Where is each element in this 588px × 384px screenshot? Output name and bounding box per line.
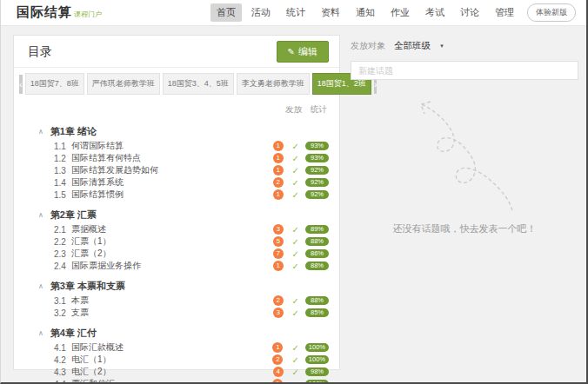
distribute-count-badge[interactable]: 3: [273, 308, 284, 318]
toc-item-row[interactable]: 1.1何谓国际结算1✓93%: [14, 140, 329, 152]
target-select-value[interactable]: 全部班级: [394, 40, 431, 52]
distribute-count-badge[interactable]: 1: [273, 165, 284, 175]
section-number: 1.5: [54, 190, 71, 200]
distribute-count-badge[interactable]: 4: [273, 367, 284, 377]
try-new-version-button[interactable]: 体验新版: [527, 3, 576, 22]
section-title: 国际结算有何特点: [71, 152, 273, 164]
section-number: 4.1: [54, 343, 71, 353]
distribute-count-badge[interactable]: 1: [272, 379, 283, 384]
toc-item-row[interactable]: 4.3电汇（2）4✓98%: [14, 366, 329, 378]
stats-percent-badge[interactable]: 85%: [305, 308, 329, 317]
check-icon: ✓: [292, 262, 299, 271]
distribute-count-badge[interactable]: 1: [273, 189, 284, 200]
toc-item-row[interactable]: 2.4国际票据业务操作1✓88%: [14, 260, 329, 272]
collapse-caret-icon[interactable]: ∧: [38, 128, 43, 136]
toc-item-row[interactable]: 4.1国际汇款概述1✓100%: [14, 341, 329, 354]
distribute-count-badge[interactable]: 1: [272, 342, 283, 353]
distribute-count-badge[interactable]: 2: [273, 295, 284, 306]
stats-percent-badge[interactable]: 86%: [305, 249, 329, 258]
chapter-block: ∧第4章 汇付4.1国际汇款概述1✓100%4.2电汇（1）2✓100%4.3电…: [14, 325, 329, 384]
collapse-caret-icon[interactable]: ∧: [38, 329, 43, 337]
distribute-count-badge[interactable]: 7: [273, 248, 284, 259]
toc-item-row[interactable]: 4.4票汇和信汇1✓100%: [14, 378, 329, 384]
stats-percent-badge[interactable]: 100%: [305, 380, 329, 384]
tabs-prev-button[interactable]: ‹: [19, 75, 23, 94]
nav-exam[interactable]: 考试: [419, 3, 451, 22]
nav-homework[interactable]: 作业: [384, 3, 416, 22]
stats-percent-badge[interactable]: 88%: [305, 237, 329, 246]
toc-item-row[interactable]: 1.4国际清算系统2✓92%: [14, 176, 329, 189]
toc-item-row[interactable]: 2.1票据概述3✓89%: [14, 223, 329, 235]
toc-panel: 目录 ✎ 编辑 ‹ 18国贸7、8班严伟琪老师教学班18国贸3、4、5班李文勇老…: [13, 35, 340, 370]
toc-item-row[interactable]: 2.3汇票（2）7✓86%: [14, 248, 329, 260]
toc-item-row[interactable]: 3.1本票2✓88%: [14, 295, 329, 307]
toc-item-row[interactable]: 1.3国际结算发展趋势如何1✓92%: [14, 164, 329, 176]
class-tab[interactable]: 李文勇老师教学班: [237, 73, 310, 95]
distribute-count-badge[interactable]: 1: [273, 141, 284, 151]
distribute-count-badge[interactable]: 5: [273, 236, 284, 247]
chapter-row[interactable]: ∧第4章 汇付: [14, 325, 329, 341]
stats-percent-badge[interactable]: 88%: [305, 262, 329, 270]
class-tab[interactable]: 严伟琪老师教学班: [87, 73, 160, 95]
toc-header: 目录 ✎ 编辑: [14, 36, 339, 68]
toc-item-row[interactable]: 1.2国际结算有何特点1✓93%: [14, 152, 329, 164]
check-icon: ✓: [291, 380, 298, 384]
distribute-count-badge[interactable]: 1: [273, 261, 284, 271]
class-tab[interactable]: 18国贸3、4、5班: [163, 73, 234, 95]
pencil-icon: ✎: [288, 47, 295, 56]
column-headers: 发放 统计: [14, 100, 339, 117]
section-number: 2.4: [54, 262, 71, 271]
collapse-caret-icon[interactable]: ∧: [38, 282, 43, 290]
stats-percent-badge[interactable]: 92%: [305, 190, 329, 199]
section-title: 汇票（2）: [71, 248, 273, 260]
nav-notice[interactable]: 通知: [350, 3, 381, 22]
stats-percent-badge[interactable]: 100%: [305, 355, 329, 364]
nav-manage[interactable]: 管理: [489, 3, 520, 22]
new-topic-input[interactable]: [351, 61, 578, 80]
chapter-block: ∧第2章 汇票2.1票据概述3✓89%2.2汇票（1）5✓88%2.3汇票（2）…: [14, 207, 329, 272]
toc-item-row[interactable]: 2.2汇票（1）5✓88%: [14, 235, 329, 248]
section-number: 2.2: [54, 237, 71, 247]
chapter-row[interactable]: ∧第2章 汇票: [14, 207, 329, 223]
distribute-count-badge[interactable]: 1: [273, 153, 284, 163]
chapter-row[interactable]: ∧第1章 绪论: [14, 123, 329, 140]
toc-item-row[interactable]: 4.2电汇（1）2✓100%: [14, 354, 329, 366]
section-title: 国际结算发展趋势如何: [71, 164, 273, 176]
chapter-row[interactable]: ∧第3章 本票和支票: [14, 278, 329, 295]
check-icon: ✓: [291, 355, 298, 365]
discussion-panel: 发放对象 全部班级 ▼ 还没有话题哦，快去发表一个吧！: [351, 40, 578, 235]
collapse-caret-icon[interactable]: ∧: [38, 211, 43, 219]
chapter-title: 第2章 汇票: [50, 209, 97, 222]
stats-percent-badge[interactable]: 98%: [305, 367, 329, 376]
nav-home[interactable]: 首页: [210, 3, 242, 22]
col-stats-label: 统计: [311, 104, 327, 116]
distribute-count-badge[interactable]: 2: [273, 177, 284, 188]
stats-percent-badge[interactable]: 93%: [305, 154, 329, 162]
stats-percent-badge[interactable]: 100%: [305, 343, 329, 352]
check-icon: ✓: [292, 142, 299, 151]
check-icon: ✓: [292, 190, 299, 200]
course-subtitle: 课程门户: [74, 10, 102, 19]
nav-discussion[interactable]: 讨论: [454, 3, 485, 22]
stats-percent-badge[interactable]: 88%: [305, 296, 329, 305]
section-number: 1.3: [54, 166, 71, 175]
section-number: 3.2: [54, 308, 71, 318]
distribute-count-badge[interactable]: 2: [272, 354, 283, 365]
check-icon: ✓: [292, 308, 299, 318]
section-title: 本票: [71, 295, 273, 307]
stats-percent-badge[interactable]: 89%: [305, 225, 329, 234]
nav-statistics[interactable]: 统计: [280, 3, 311, 22]
toc-item-row[interactable]: 3.2支票3✓85%: [14, 307, 329, 319]
dropdown-arrow-icon[interactable]: ▼: [439, 43, 444, 49]
stats-percent-badge[interactable]: 92%: [305, 178, 329, 187]
nav-materials[interactable]: 资料: [315, 3, 346, 22]
stats-percent-badge[interactable]: 92%: [305, 166, 329, 175]
class-tab[interactable]: 18国贸7、8班: [25, 73, 84, 95]
distribute-count-badge[interactable]: 3: [273, 224, 284, 235]
toc-item-row[interactable]: 1.5国际结算惯例1✓92%: [14, 189, 329, 201]
section-number: 3.1: [54, 296, 71, 306]
section-title: 国际汇款概述: [71, 341, 272, 354]
nav-activity[interactable]: 活动: [245, 3, 277, 22]
stats-percent-badge[interactable]: 93%: [305, 142, 329, 150]
edit-button[interactable]: ✎ 编辑: [277, 41, 329, 63]
